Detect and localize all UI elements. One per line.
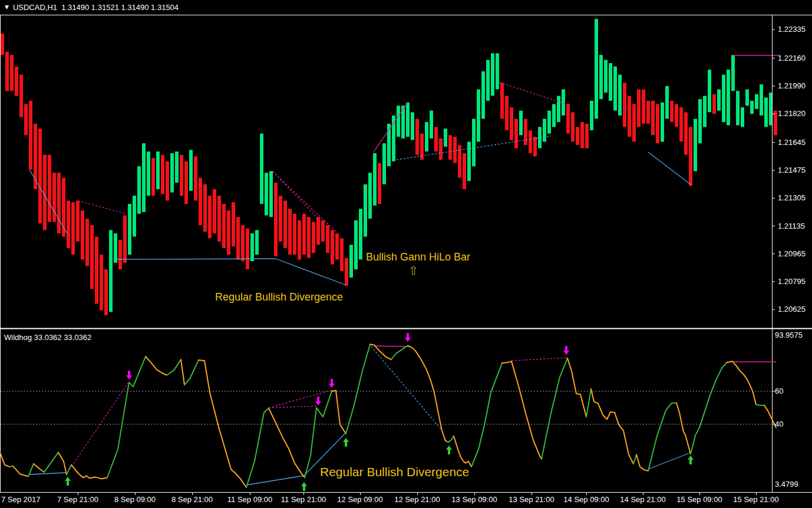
time-axis-label: 8 Sep 21:00 — [160, 495, 225, 504]
price-axis-label: 1.21135 — [778, 222, 805, 230]
dropdown-arrow-icon[interactable]: ▼ — [5, 0, 9, 15]
indicator-axis-label: 60 — [775, 387, 783, 395]
price-axis-label: 1.22335 — [778, 25, 806, 34]
price-panel[interactable] — [0, 15, 772, 328]
time-axis-label: 12 Sep 09:00 — [328, 495, 392, 504]
time-axis-label: 7 Sep 21:00 — [45, 495, 110, 504]
time-axis-label: 13 Sep 09:00 — [442, 495, 507, 504]
indicator-axis-label: 93.9575 — [775, 331, 803, 339]
chart-title: USDCAD,H1 1.31490 1.31521 1.31490 1.3150… — [13, 3, 179, 12]
time-axis-label: 14 Sep 21:00 — [610, 495, 675, 504]
price-axis-label: 1.21820 — [778, 110, 806, 118]
time-axis-label: 11 Sep 21:00 — [271, 495, 336, 504]
time-axis-label: 12 Sep 21:00 — [385, 495, 450, 504]
time-axis-label: 14 Sep 09:00 — [554, 495, 619, 504]
chart-window: ▼USDCAD,H1 1.31490 1.31521 1.31490 1.315… — [0, 0, 812, 508]
time-axis-label: 7 Sep 2017 — [1, 495, 41, 504]
indicator-axis-label: 40 — [775, 420, 783, 428]
time-axis-label: 15 Sep 21:00 — [724, 495, 788, 504]
annotation-regular-bullish-divergence-indicator: Regular Bullish Divergence — [320, 465, 469, 479]
price-axis-label: 1.21305 — [778, 194, 806, 202]
price-axis-label: 1.22160 — [778, 54, 806, 62]
price-axis-label: 1.20965 — [778, 250, 806, 258]
price-axis-label: 1.20795 — [778, 278, 806, 286]
indicator-name-label: Wildhog 33.0362 33.0362 — [4, 333, 91, 342]
annotation-regular-bullish-divergence-price: Regular Bullish Divergence — [215, 291, 343, 304]
time-axis-label: 15 Sep 09:00 — [667, 495, 732, 504]
price-axis-label: 1.21645 — [778, 138, 806, 147]
time-axis-label: 8 Sep 09:00 — [103, 495, 167, 504]
annotation-bullish-gann-hilo-bar: Bullish Gann HiLo Bar — [366, 251, 470, 263]
price-axis-label: 1.20625 — [778, 305, 806, 314]
indicator-axis-label: 3.4799 — [775, 480, 798, 489]
price-axis-label: 1.21990 — [778, 82, 806, 90]
chart-header: ▼USDCAD,H1 1.31490 1.31521 1.31490 1.315… — [0, 0, 812, 15]
gann-hilo-up-arrow-icon: ⇧ — [408, 263, 418, 278]
price-axis-label: 1.21475 — [778, 166, 806, 174]
candle — [774, 111, 777, 136]
